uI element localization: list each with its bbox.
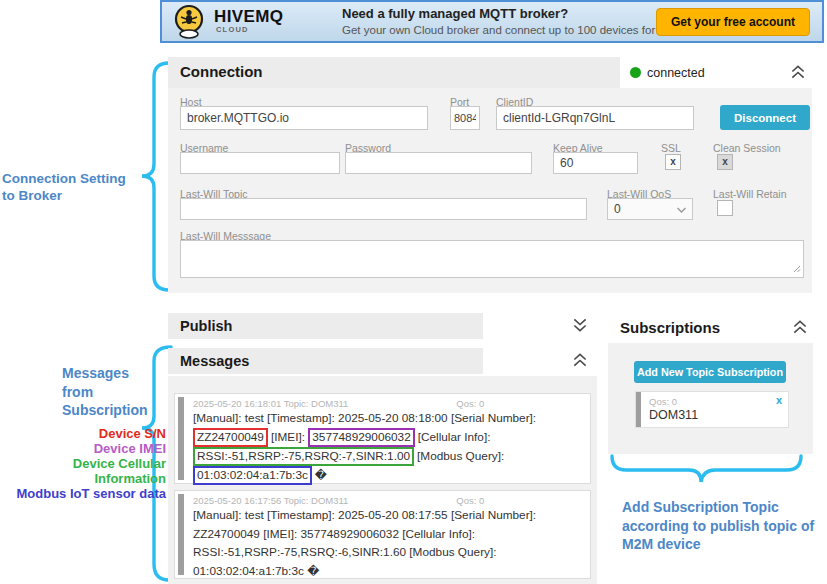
- username-input[interactable]: [180, 152, 340, 174]
- payload-line: RSSI:-51,RSRP:-75,RSRQ:-7,SINR:1.00[Modb…: [193, 447, 584, 466]
- note-line: Connection Setting: [2, 170, 152, 187]
- message-topic: Topic: DOM311: [284, 398, 454, 409]
- payload-line: RSSI:-51,RSRP:-75,RSRQ:-6,SINR:1.60 [Mod…: [193, 543, 584, 562]
- subscription-qos: Qos: 0: [649, 396, 677, 407]
- message-received-time: 2025-05-20 16:17:56: [193, 495, 281, 506]
- connection-panel: Connection connected Host Port ClientID …: [168, 57, 812, 293]
- connection-status-text: connected: [647, 66, 705, 80]
- hivemq-logo-icon: [172, 4, 208, 44]
- messages-from-subscription-note: Messages from Subscription: [62, 364, 148, 420]
- message-qos: Qos: 0: [456, 495, 484, 506]
- remove-subscription-button[interactable]: x: [776, 394, 782, 406]
- cellular-label: [Cellular Info]:: [418, 430, 491, 444]
- subscriptions-title: Subscriptions: [620, 319, 720, 336]
- collapse-subscriptions-chevron-icon[interactable]: [791, 319, 809, 339]
- message-accent-bar: [178, 494, 184, 575]
- clean-session-checkbox[interactable]: x: [717, 154, 733, 170]
- note-line: according to publish topic of: [622, 517, 827, 536]
- payload-line: 01:03:02:04:a1:7b:3c �: [193, 562, 584, 581]
- note-line: Add Subscription Topic: [622, 498, 827, 517]
- subscription-item: Qos: 0 x DOM311: [635, 391, 789, 428]
- modbus-label: [Modbus Query]:: [417, 449, 504, 463]
- connection-status-tab: connected: [620, 57, 812, 88]
- banner-headline: Need a fully managed MQTT broker?: [342, 6, 681, 21]
- subscriptions-header: Subscriptions: [608, 315, 813, 341]
- note-line: from: [62, 383, 148, 402]
- keepalive-input[interactable]: [553, 152, 638, 174]
- brand-wordmark: HIVEMQ CLOUD: [214, 8, 283, 34]
- host-input[interactable]: [180, 106, 428, 130]
- cellular-info-highlight: RSSI:-51,RSRP:-75,RSRQ:-7,SINR:1.00: [193, 447, 414, 466]
- lastwill-retain-checkbox[interactable]: [717, 200, 733, 216]
- ssl-label: SSL: [661, 142, 681, 154]
- message-card: 2025-05-20 16:17:56 Topic: DOM311 Qos: 0…: [174, 490, 591, 579]
- note-line: M2M device: [622, 535, 827, 554]
- connection-header: Connection: [168, 57, 620, 88]
- add-new-topic-subscription-button[interactable]: Add New Topic Subscription: [634, 361, 786, 383]
- legend-device-sn: Device S/N: [0, 426, 166, 441]
- note-line: Messages: [62, 364, 148, 383]
- subscription-topic: DOM311: [649, 408, 698, 422]
- messages-list: 2025-05-20 16:18:01 Topic: DOM311 Qos: 0…: [168, 376, 597, 584]
- legend-device-imei: Device IMEI: [0, 441, 166, 456]
- replacement-char: �: [315, 468, 327, 482]
- expand-publish-chevron-icon[interactable]: [571, 317, 589, 337]
- publish-title: Publish: [180, 318, 232, 334]
- note-line: Subscription: [62, 401, 148, 420]
- message-meta: 2025-05-20 16:18:01 Topic: DOM311 Qos: 0: [193, 398, 584, 409]
- note-line: to Broker: [2, 187, 152, 204]
- imei-label: [IMEI]:: [271, 430, 305, 444]
- modbus-data-highlight: 01:03:02:04:a1:7b:3c: [193, 466, 312, 485]
- lastwill-qos-value: 0: [614, 202, 621, 216]
- serial-number-highlight: ZZ24700049: [193, 428, 268, 447]
- collapse-messages-chevron-icon[interactable]: [571, 352, 589, 372]
- subscription-brace: [612, 456, 801, 482]
- subscriptions-panel: Add New Topic Subscription Qos: 0 x DOM3…: [608, 343, 813, 454]
- clean-session-label: Clean Session: [713, 142, 781, 154]
- payload-legend: Device S/N Device IMEI Device Cellular I…: [0, 426, 166, 501]
- hivemq-banner: HIVEMQ CLOUD Need a fully managed MQTT b…: [160, 0, 824, 43]
- connected-status-dot: [630, 67, 641, 78]
- connection-title: Connection: [180, 63, 263, 80]
- message-card: 2025-05-20 16:18:01 Topic: DOM311 Qos: 0…: [174, 393, 591, 484]
- lastwill-qos-select[interactable]: 0: [607, 198, 693, 220]
- add-subscription-topic-note: Add Subscription Topic according to publ…: [622, 498, 827, 554]
- message-meta: 2025-05-20 16:17:56 Topic: DOM311 Qos: 0: [193, 495, 584, 506]
- payload-line: 01:03:02:04:a1:7b:3c�: [193, 466, 584, 485]
- lastwill-message-textarea[interactable]: [180, 240, 804, 278]
- brand-cloud-label: CLOUD: [214, 26, 283, 34]
- message-received-time: 2025-05-20 16:18:01: [193, 398, 281, 409]
- subscription-accent-bar: [636, 392, 641, 427]
- get-free-account-button[interactable]: Get your free account: [656, 8, 810, 36]
- chevron-down-icon: [677, 202, 686, 216]
- publish-header: Publish: [168, 313, 483, 339]
- password-input[interactable]: [345, 152, 532, 174]
- legend-device-cellular: Device Cellular Information: [0, 456, 166, 486]
- lastwill-retain-label: Last-Will Retain: [713, 188, 787, 200]
- connection-setting-note: Connection Setting to Broker: [2, 170, 152, 204]
- messages-header: Messages: [168, 348, 483, 374]
- payload-line: ZZ24700049[IMEI]: 357748929006032[Cellul…: [193, 428, 584, 447]
- legend-modbus-data: Modbus IoT sensor data: [0, 486, 166, 501]
- resize-handle-icon[interactable]: [793, 262, 801, 276]
- payload-line: [Manual]: test [Timestamp]: 2025-05-20 0…: [193, 409, 584, 428]
- collapse-connection-chevron-icon[interactable]: [789, 64, 807, 84]
- ssl-checkbox[interactable]: x: [665, 154, 681, 170]
- payload-line: [Manual]: test [Timestamp]: 2025-05-20 0…: [193, 506, 584, 525]
- banner-tagline: Need a fully managed MQTT broker? Get yo…: [342, 6, 681, 36]
- clientid-input[interactable]: [496, 106, 694, 130]
- port-input[interactable]: [450, 106, 480, 130]
- connection-form: Host Port ClientID Disconnect Username P…: [168, 88, 812, 293]
- message-qos: Qos: 0: [456, 398, 484, 409]
- imei-highlight: 357748929006032: [308, 428, 414, 447]
- message-topic: Topic: DOM311: [284, 495, 454, 506]
- payload-line: ZZ24700049 [IMEI]: 357748929006032 [Cell…: [193, 525, 584, 544]
- brand-name: HIVEMQ: [214, 8, 283, 25]
- banner-subline: Get your own Cloud broker and connect up…: [342, 24, 681, 36]
- disconnect-button[interactable]: Disconnect: [720, 105, 810, 130]
- lastwill-topic-input[interactable]: [180, 198, 587, 220]
- message-accent-bar: [178, 397, 184, 480]
- messages-title: Messages: [180, 353, 249, 369]
